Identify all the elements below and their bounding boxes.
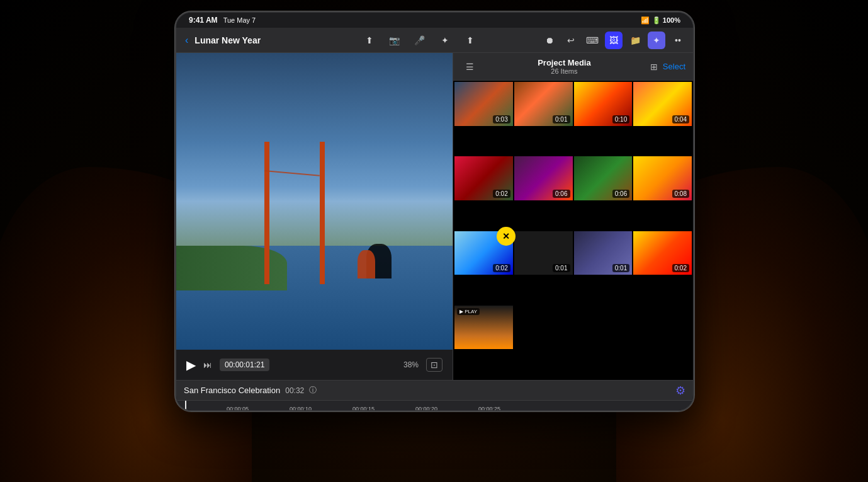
photos-icon-btn[interactable]: 🖼 — [605, 32, 623, 49]
play-button[interactable]: ▶ — [186, 357, 196, 372]
media-library-title: Project Media — [478, 58, 650, 67]
select-button[interactable]: Select — [663, 62, 685, 71]
timeline-header: San Francisco Celebration 00:32 ⓘ ⚙ — [176, 381, 693, 401]
media-library-panel: ☰ Project Media 26 Items ⊞ Select 0:03 0… — [453, 53, 693, 380]
skip-forward-button[interactable]: ⏭ — [203, 360, 212, 370]
ruler-mark-3: 00:00:15 — [352, 406, 375, 411]
ipad-device: 9:41 AM Tue May 7 📶 🔋 100% ‹ Lunar New Y… — [175, 11, 694, 411]
thumb-duration-2: 0:01 — [553, 115, 570, 123]
status-bar: 9:41 AM Tue May 7 📶 🔋 100% — [176, 13, 693, 28]
timeline-duration: 00:32 — [285, 386, 304, 395]
thumb-duration-1: 0:03 — [493, 115, 510, 123]
thumb-duration-8: 0:08 — [672, 190, 689, 198]
top-toolbar: ‹ Lunar New Year ⬆ 📷 🎤 ✦ ⬆ ⏺ ↩ ⌨ 🖼 📁 ✦ •… — [176, 28, 693, 53]
thumbnail-2[interactable]: 0:01 — [514, 82, 573, 126]
thumbnail-4[interactable]: 0:04 — [633, 82, 692, 126]
ruler-mark-5: 00:00:25 — [478, 406, 500, 411]
time-display: 9:41 AM — [189, 16, 218, 25]
status-right-icons: 📶 🔋 100% — [641, 16, 680, 25]
effects-icon-btn[interactable]: ✦ — [648, 32, 665, 49]
grid-view-button[interactable]: ⊞ — [650, 62, 658, 72]
thumbnail-8[interactable]: 0:08 — [633, 156, 692, 200]
media-header: ☰ Project Media 26 Items ⊞ Select — [453, 53, 693, 81]
undo-icon-btn[interactable]: ↩ — [562, 32, 580, 49]
thumb-play-badge: ▶ PLAY — [457, 308, 480, 315]
toolbar-right: ⏺ ↩ ⌨ 🖼 📁 ✦ •• — [541, 32, 687, 49]
thumb-duration-12: 0:02 — [672, 264, 689, 272]
thumbnail-5[interactable]: 0:02 — [454, 156, 513, 200]
export-icon-btn[interactable]: ⬆ — [461, 32, 479, 49]
timeline-ruler: 00:00:05 00:00:10 00:00:15 00:00:20 00:0… — [176, 401, 693, 411]
ruler-mark-4: 00:00:20 — [415, 406, 437, 411]
toolbar-center: ⬆ 📷 🎤 ✦ ⬆ — [303, 32, 536, 49]
share-icon-btn[interactable]: ⬆ — [361, 32, 378, 49]
history-icon-btn[interactable]: ⏺ — [541, 32, 558, 49]
video-frame — [176, 53, 453, 350]
thumb-duration-11: 0:01 — [612, 264, 629, 272]
status-time: 9:41 AM Tue May 7 — [189, 16, 256, 25]
thumb-duration-9: 0:02 — [493, 264, 510, 272]
timecode-display: 00:00:01:21 — [220, 359, 269, 371]
wifi-icon: 📶 — [641, 16, 650, 25]
thumb-duration-3: 0:10 — [612, 115, 629, 123]
thumb-duration-10: 0:01 — [553, 264, 570, 272]
more-icon-btn[interactable]: •• — [669, 32, 687, 49]
magic-icon-btn[interactable]: ✦ — [436, 32, 454, 49]
battery-icon: 🔋 100% — [652, 16, 680, 25]
photo2-icon-btn[interactable]: 📁 — [626, 32, 644, 49]
thumb-duration-6: 0:06 — [553, 190, 570, 198]
timeline-area: San Francisco Celebration 00:32 ⓘ ⚙ 00:0… — [176, 380, 693, 411]
view-toggle-button[interactable]: ⊡ — [426, 358, 442, 372]
thumbnail-6[interactable]: 0:06 — [514, 156, 573, 200]
ruler-mark-1: 00:00:05 — [227, 406, 249, 411]
thumbnail-16[interactable]: ▶ PLAY — [454, 306, 513, 350]
info-icon[interactable]: ⓘ — [309, 385, 317, 396]
camera-icon-btn[interactable]: 📷 — [386, 32, 403, 49]
ruler-mark-2: 00:00:10 — [290, 406, 312, 411]
bridge-scene — [176, 53, 453, 350]
media-item-count: 26 Items — [478, 67, 650, 75]
thumbnail-3[interactable]: 0:10 — [574, 82, 633, 126]
thumbnail-11[interactable]: 0:01 — [574, 231, 633, 275]
video-preview-panel: ▶ ⏭ 00:00:01:21 38% ⊡ — [176, 53, 453, 380]
media-title-area: Project Media 26 Items — [478, 58, 650, 75]
keyboard-icon-btn[interactable]: ⌨ — [583, 32, 601, 49]
thumb-duration-5: 0:02 — [493, 190, 510, 198]
thumbnail-7[interactable]: 0:06 — [574, 156, 633, 200]
thumbnail-grid: 0:03 0:01 0:10 0:04 0:02 0:06 — [453, 81, 693, 380]
thumbnail-10[interactable]: 0:01 — [514, 231, 573, 275]
project-title: Lunar New Year — [194, 35, 261, 45]
timeline-project-name: San Francisco Celebration — [184, 386, 280, 395]
zoom-level-display: 38% — [403, 360, 419, 369]
thumb-duration-4: 0:04 — [672, 115, 689, 123]
mic-icon-btn[interactable]: 🎤 — [411, 32, 429, 49]
main-content: ▶ ⏭ 00:00:01:21 38% ⊡ ☰ Project Media 26… — [176, 53, 693, 380]
video-controls-bar: ▶ ⏭ 00:00:01:21 38% ⊡ — [176, 350, 453, 380]
date-display: Tue May 7 — [223, 16, 256, 24]
toolbar-left: ‹ Lunar New Year — [183, 33, 298, 47]
back-button[interactable]: ‹ — [183, 33, 191, 47]
thumbnail-12[interactable]: 0:02 — [633, 231, 692, 275]
timeline-settings-icon[interactable]: ⚙ — [675, 384, 685, 398]
media-type-selector[interactable]: ☰ — [461, 58, 478, 76]
thumbnail-1[interactable]: 0:03 — [454, 82, 513, 126]
close-button[interactable]: ✕ — [497, 227, 516, 246]
thumb-duration-7: 0:06 — [612, 190, 629, 198]
